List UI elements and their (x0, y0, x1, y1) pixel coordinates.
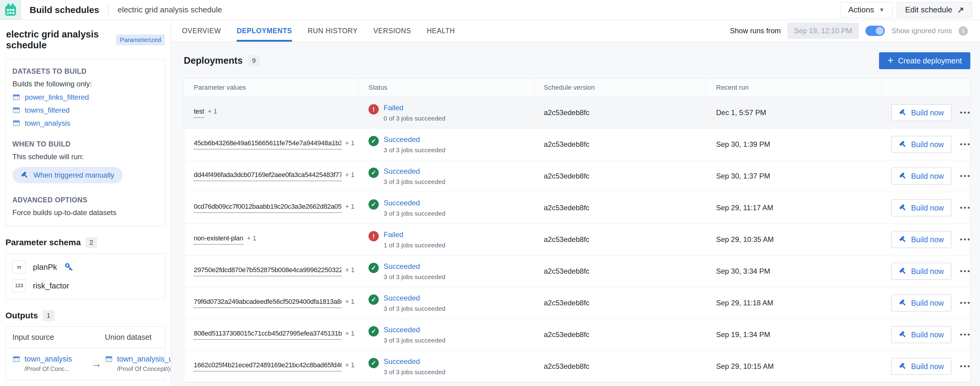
build-now-button[interactable]: Build now (891, 294, 951, 311)
build-now-button[interactable]: Build now (891, 104, 951, 121)
status-detail: 1 of 3 jobs succeeded (383, 241, 445, 249)
deployment-row[interactable]: 0cd76db09cc7f0012baabb19c20c3a3e2662d82a… (184, 192, 970, 224)
schedule-version: a2c53edeb8fc (534, 267, 706, 275)
output-source-link[interactable]: town_analysis (13, 354, 88, 363)
param-value[interactable]: test (194, 108, 204, 118)
info-icon[interactable]: i (959, 26, 968, 36)
status-detail: 3 of 3 jobs succeeded (383, 369, 445, 376)
parameter-schema-heading: Parameter schema (5, 238, 81, 247)
status-link[interactable]: Succeeded (383, 326, 445, 334)
status-link[interactable]: Succeeded (383, 167, 445, 175)
tab-label: DEPLOYMENTS (237, 27, 292, 35)
actions-cell: Build now ••• (882, 231, 970, 248)
create-deployment-button[interactable]: + Create deployment (879, 52, 970, 69)
status-link[interactable]: Failed (383, 103, 445, 112)
deployment-row[interactable]: 29750e2fdcd870e7b552875b008e4ca999622503… (184, 256, 970, 287)
dataset-link-label: power_links_filtered (25, 93, 89, 102)
schedule-version: a2c53edeb8fc (534, 235, 706, 244)
dataset-list: power_links_filtered towns_filtered town… (13, 93, 158, 127)
deployments-heading: Deployments (184, 55, 243, 66)
status-link[interactable]: Succeeded (383, 262, 445, 271)
more-options-button[interactable]: ••• (960, 235, 971, 244)
sidebar-dataset-link[interactable]: power_links_filtered (13, 93, 158, 102)
status-link[interactable]: Failed (383, 230, 445, 239)
build-now-label: Build now (911, 140, 944, 149)
build-now-button[interactable]: Build now (891, 358, 951, 375)
status-detail: 3 of 3 jobs succeeded (383, 146, 445, 154)
chevron-down-icon: ▼ (879, 6, 885, 13)
app-logo[interactable] (0, 0, 21, 20)
deployments-count-badge: 9 (248, 55, 260, 66)
show-ignored-runs-toggle[interactable] (865, 26, 885, 36)
datasets-to-build-section: DATASETS TO BUILD Builds the following o… (13, 67, 158, 127)
more-options-button[interactable]: ••• (960, 267, 971, 275)
breadcrumb[interactable]: electric grid analysis schedule (118, 5, 222, 14)
build-now-label: Build now (911, 362, 944, 371)
param-value[interactable]: 1662c025f4b21eced72489169e21bc42c8bad65f… (194, 361, 342, 372)
deployment-row[interactable]: non-existent-plan + 1 ! Failed 1 of 3 jo… (184, 224, 970, 256)
deployment-row[interactable]: test + 1 ! Failed 0 of 3 jobs succeeded … (184, 97, 970, 129)
deployment-row[interactable]: 45cb6b43268e49a615665611fe754e7a944948a1… (184, 129, 970, 160)
deployment-row[interactable]: dd44f496fada3dcb07169ef2aee0fa3ca5442548… (184, 160, 970, 192)
build-now-button[interactable]: Build now (891, 231, 951, 248)
param-value[interactable]: non-existent-plan (194, 234, 243, 245)
deployment-row[interactable]: 808ed51137308015c71ccb45d27995efea374513… (184, 319, 970, 351)
build-now-button[interactable]: Build now (891, 168, 951, 184)
recent-run: Sep 30, 1:37 PM (706, 172, 882, 180)
param-value[interactable]: 808ed51137308015c71ccb45d27995efea374513… (194, 329, 342, 340)
build-now-button[interactable]: Build now (891, 326, 951, 343)
deployment-row[interactable]: 1662c025f4b21eced72489169e21bc42c8bad65f… (184, 351, 970, 382)
tab-overview[interactable]: OVERVIEW (182, 20, 221, 42)
table-body: test + 1 ! Failed 0 of 3 jobs succeeded … (184, 97, 970, 382)
parameter-schema-count: 2 (86, 237, 97, 248)
runs-from-date-button[interactable]: Sep 19, 12:10 PM (788, 23, 859, 39)
status-link[interactable]: Succeeded (383, 199, 445, 207)
tab-health[interactable]: HEALTH (427, 20, 455, 42)
status-detail: 3 of 3 jobs succeeded (383, 337, 445, 344)
sidebar-dataset-link[interactable]: town_analysis (13, 119, 158, 127)
output-union-link[interactable]: town_analysis_u... (105, 354, 171, 363)
deployment-row[interactable]: 79f6d0732a249abcadeedfe56cf5029400dfa181… (184, 287, 970, 319)
succeeded-icon: ✓ (369, 263, 379, 273)
advanced-section-heading: ADVANCED OPTIONS (13, 196, 158, 204)
hammer-icon (21, 171, 29, 179)
trigger-pill-label: When triggered manually (33, 171, 114, 179)
more-options-button[interactable]: ••• (960, 108, 971, 117)
tab-bar: OVERVIEW DEPLOYMENTS RUN HISTORY VERSION… (171, 20, 980, 42)
advanced-section-text: Force builds up-to-date datasets (13, 208, 158, 217)
more-options-button[interactable]: ••• (960, 140, 971, 149)
more-options-button[interactable]: ••• (960, 299, 971, 307)
param-value[interactable]: 79f6d0732a249abcadeedfe56cf5029400dfa181… (194, 298, 342, 308)
param-extra: + 1 (345, 329, 355, 337)
edit-schedule-button[interactable]: Edit schedule ↗ (897, 2, 972, 18)
runs-filter: Show runs from Sep 19, 12:10 PM Show ign… (730, 20, 968, 42)
tab-versions[interactable]: VERSIONS (373, 20, 411, 42)
param-value[interactable]: 45cb6b43268e49a615665611fe754e7a944948a1… (194, 139, 342, 149)
more-options-button[interactable]: ••• (960, 330, 971, 339)
tab-run-history[interactable]: RUN HISTORY (308, 20, 358, 42)
tab-deployments[interactable]: DEPLOYMENTS (237, 20, 292, 42)
schedule-version: a2c53edeb8fc (534, 140, 706, 149)
status-link[interactable]: Succeeded (383, 294, 445, 302)
build-now-button[interactable]: Build now (891, 263, 951, 280)
show-runs-from-label: Show runs from (730, 27, 781, 35)
status-link[interactable]: Succeeded (383, 357, 445, 366)
number-type-icon: 123 (13, 279, 26, 292)
output-source-cell: town_analysis /Proof Of Conc... (13, 354, 88, 372)
param-value[interactable]: dd44f496fada3dcb07169ef2aee0fa3ca5442548… (194, 171, 342, 181)
more-options-button[interactable]: ••• (960, 203, 971, 212)
actions-button[interactable]: Actions ▼ (840, 2, 892, 18)
sidebar-dataset-link[interactable]: towns_filtered (13, 106, 158, 114)
more-options-button[interactable]: ••• (960, 362, 971, 370)
schedule-version: a2c53edeb8fc (534, 203, 706, 212)
dataset-link-label: town_analysis (25, 119, 70, 127)
param-value[interactable]: 29750e2fdcd870e7b552875b008e4ca999622503… (194, 266, 342, 276)
build-now-button[interactable]: Build now (891, 136, 951, 153)
param-value[interactable]: 0cd76db09cc7f0012baabb19c20c3a3e2662d82a… (194, 203, 342, 213)
status-link[interactable]: Succeeded (383, 135, 445, 144)
parameter-values-cell: non-existent-plan + 1 (184, 234, 359, 245)
table-header: Parameter values Status Schedule version… (184, 78, 970, 97)
more-options-button[interactable]: ••• (960, 172, 971, 180)
outputs-heading: Outputs (5, 311, 38, 321)
build-now-button[interactable]: Build now (891, 199, 951, 216)
